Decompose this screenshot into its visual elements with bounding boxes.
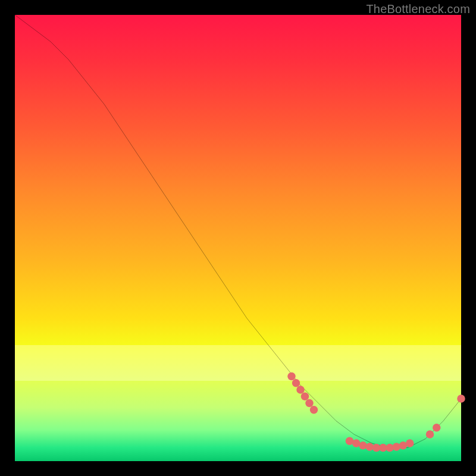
watermark-text: TheBottleneck.com	[366, 2, 470, 16]
data-marker	[305, 399, 314, 408]
data-marker	[393, 443, 401, 451]
data-marker	[301, 393, 309, 401]
data-marker	[292, 379, 300, 387]
curve-svg	[15, 15, 461, 461]
data-marker	[433, 424, 441, 432]
data-markers	[287, 372, 465, 452]
plot-area	[15, 15, 461, 461]
data-marker	[406, 439, 414, 447]
chart-frame: TheBottleneck.com	[0, 0, 476, 476]
data-marker	[296, 386, 305, 394]
data-marker	[287, 372, 295, 381]
bottleneck-curve	[15, 15, 461, 448]
data-marker	[426, 430, 434, 439]
data-marker	[457, 394, 465, 403]
data-marker	[359, 441, 367, 450]
data-marker	[310, 406, 318, 414]
